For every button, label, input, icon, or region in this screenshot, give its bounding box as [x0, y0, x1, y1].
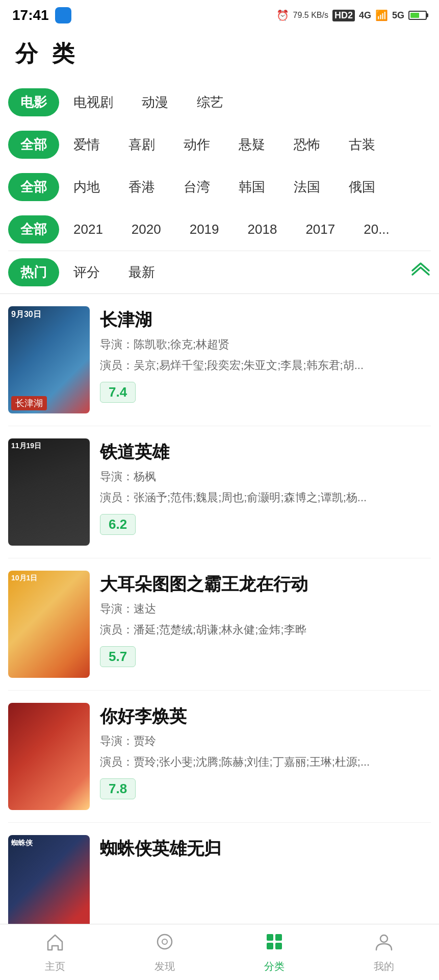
movie-info-4: 你好李焕英 导演：贾玲 演员：贾玲;张小斐;沈腾;陈赫;刘佳;丁嘉丽;王琳;杜源…	[100, 703, 431, 799]
page-title: 分 类	[0, 29, 439, 81]
battery-icon	[408, 11, 427, 20]
filter-item-2019[interactable]: 2019	[175, 216, 234, 242]
movie-item-2[interactable]: 11月19日 铁道英雄 导演：杨枫 演员：张涵予;范伟;魏晨;周也;俞灏明;森博…	[8, 426, 431, 558]
movie-title-3: 大耳朵图图之霸王龙在行动	[100, 573, 431, 596]
filter-item-2016[interactable]: 20...	[349, 216, 404, 242]
status-icons: ⏰ 79.5 KB/s HD2 4G 📶 5G	[276, 9, 427, 21]
collapse-icon[interactable]	[410, 262, 431, 283]
svg-rect-4	[267, 943, 273, 949]
nav-category[interactable]: 分类	[220, 932, 329, 973]
filter-item-suspense[interactable]: 悬疑	[224, 131, 279, 159]
filter-item-horror[interactable]: 恐怖	[279, 131, 334, 159]
profile-icon	[374, 932, 394, 957]
bottom-nav: 主页 发现 分类 我的	[0, 924, 439, 980]
movie-info-3: 大耳朵图图之霸王龙在行动 导演：速达 演员：潘延;范楚绒;胡谦;林永健;金炜;李…	[100, 571, 431, 667]
filter-item-romance[interactable]: 爱情	[59, 131, 114, 159]
filter-row-region: 全部 内地 香港 台湾 韩国 法国 俄国	[8, 166, 431, 208]
movie-title-2: 铁道英雄	[100, 440, 431, 464]
filter-items-region: 内地 香港 台湾 韩国 法国 俄国	[59, 173, 431, 201]
svg-rect-5	[275, 943, 282, 949]
filter-row-year: 全部 2021 2020 2019 2018 2017 20...	[8, 208, 431, 251]
filter-active-sort[interactable]: 热门	[8, 258, 59, 286]
movie-poster-1: 9月30日 长津湖	[8, 306, 90, 413]
movie-cast-3: 演员：潘延;范楚绒;胡谦;林永健;金炜;李晔	[100, 621, 431, 638]
movie-info-2: 铁道英雄 导演：杨枫 演员：张涵予;范伟;魏晨;周也;俞灏明;森博之;谭凯;杨.…	[100, 438, 431, 535]
svg-point-0	[158, 935, 172, 949]
nav-home-label: 主页	[45, 960, 65, 973]
movie-rating-4: 7.8	[100, 778, 136, 799]
nav-discover[interactable]: 发现	[110, 932, 219, 973]
discover-icon	[154, 932, 175, 957]
movie-item-1[interactable]: 9月30日 长津湖 长津湖 导演：陈凯歌;徐克;林超贤 演员：吴京;易烊千玺;段…	[8, 294, 431, 426]
movie-poster-3: 10月1日	[8, 571, 90, 678]
home-icon	[45, 932, 65, 957]
hd2-icon: HD2	[332, 10, 355, 21]
nav-profile[interactable]: 我的	[329, 932, 439, 973]
app-icon	[55, 7, 71, 23]
filter-active-genre[interactable]: 全部	[8, 131, 59, 159]
filter-item-2018[interactable]: 2018	[234, 216, 292, 242]
nav-discover-label: 发现	[154, 960, 175, 973]
movie-title-1: 长津湖	[100, 308, 431, 332]
poster-label-1: 长津湖	[11, 396, 47, 410]
nav-home[interactable]: 主页	[0, 932, 110, 973]
movie-item-4[interactable]: 你好李焕英 导演：贾玲 演员：贾玲;张小斐;沈腾;陈赫;刘佳;丁嘉丽;王琳;杜源…	[8, 691, 431, 823]
filter-items-genre: 爱情 喜剧 动作 悬疑 恐怖 古装	[59, 131, 431, 159]
filter-item-costume[interactable]: 古装	[334, 131, 390, 159]
filter-row-sort: 热门 评分 最新	[8, 251, 431, 293]
wifi-signal-icon: 📶	[375, 9, 388, 21]
status-bar: 17:41 ⏰ 79.5 KB/s HD2 4G 📶 5G	[0, 0, 439, 29]
filter-items-year: 2021 2020 2019 2018 2017 20...	[59, 216, 431, 242]
filter-item-action[interactable]: 动作	[169, 131, 224, 159]
movie-poster-2: 11月19日	[8, 438, 90, 546]
category-icon	[264, 932, 285, 957]
movie-director-1: 导演：陈凯歌;徐克;林超贤	[100, 336, 431, 353]
movie-cast-1: 演员：吴京;易烊千玺;段奕宏;朱亚文;李晨;韩东君;胡...	[100, 357, 431, 374]
5g-icon: 5G	[392, 10, 404, 21]
filter-item-france[interactable]: 法国	[279, 173, 334, 201]
network-speed: 79.5 KB/s	[293, 11, 328, 20]
svg-point-1	[162, 939, 167, 944]
4g-icon: 4G	[359, 10, 371, 21]
movie-cast-2: 演员：张涵予;范伟;魏晨;周也;俞灏明;森博之;谭凯;杨...	[100, 489, 431, 506]
status-time: 17:41	[12, 7, 49, 23]
filter-active-region[interactable]: 全部	[8, 173, 59, 201]
movie-poster-4	[8, 703, 90, 810]
nav-profile-label: 我的	[374, 960, 394, 973]
filter-items-type: 电视剧 动漫 综艺	[59, 88, 431, 116]
alarm-icon: ⏰	[276, 9, 289, 21]
nav-category-label: 分类	[264, 960, 285, 973]
filter-item-newest[interactable]: 最新	[114, 258, 169, 286]
movie-rating-3: 5.7	[100, 646, 136, 667]
movie-info-5: 蜘蛛侠英雄无归	[100, 835, 431, 861]
filter-row-type: 电影 电视剧 动漫 综艺	[8, 81, 431, 124]
filter-item-2021[interactable]: 2021	[59, 216, 117, 242]
movie-rating-1: 7.4	[100, 382, 136, 403]
svg-point-6	[380, 935, 388, 942]
poster-date-2: 11月19日	[11, 442, 41, 451]
filter-item-mainland[interactable]: 内地	[59, 173, 114, 201]
svg-rect-2	[267, 934, 273, 941]
movie-info-1: 长津湖 导演：陈凯歌;徐克;林超贤 演员：吴京;易烊千玺;段奕宏;朱亚文;李晨;…	[100, 306, 431, 403]
filter-item-2020[interactable]: 2020	[117, 216, 175, 242]
filter-item-russia[interactable]: 俄国	[334, 173, 390, 201]
filter-item-korea[interactable]: 韩国	[224, 173, 279, 201]
filter-active-year[interactable]: 全部	[8, 215, 59, 243]
movie-item-3[interactable]: 10月1日 大耳朵图图之霸王龙在行动 导演：速达 演员：潘延;范楚绒;胡谦;林永…	[8, 558, 431, 691]
poster-date-1: 9月30日	[11, 309, 41, 320]
filter-item-tv[interactable]: 电视剧	[59, 88, 127, 116]
filter-item-comedy[interactable]: 喜剧	[114, 131, 169, 159]
filter-item-hongkong[interactable]: 香港	[114, 173, 169, 201]
filter-item-2017[interactable]: 2017	[291, 216, 349, 242]
movie-list: 9月30日 长津湖 长津湖 导演：陈凯歌;徐克;林超贤 演员：吴京;易烊千玺;段…	[0, 294, 439, 954]
filter-row-genre: 全部 爱情 喜剧 动作 悬疑 恐怖 古装	[8, 124, 431, 166]
movie-title-4: 你好李焕英	[100, 705, 431, 728]
filter-item-anime[interactable]: 动漫	[127, 88, 183, 116]
filter-item-rating[interactable]: 评分	[59, 258, 114, 286]
filter-active-type[interactable]: 电影	[8, 88, 59, 116]
movie-director-3: 导演：速达	[100, 600, 431, 617]
poster-date-3: 10月1日	[11, 574, 37, 583]
filter-item-taiwan[interactable]: 台湾	[169, 173, 224, 201]
filter-item-variety[interactable]: 综艺	[183, 88, 238, 116]
movie-cast-4: 演员：贾玲;张小斐;沈腾;陈赫;刘佳;丁嘉丽;王琳;杜源;...	[100, 753, 431, 770]
